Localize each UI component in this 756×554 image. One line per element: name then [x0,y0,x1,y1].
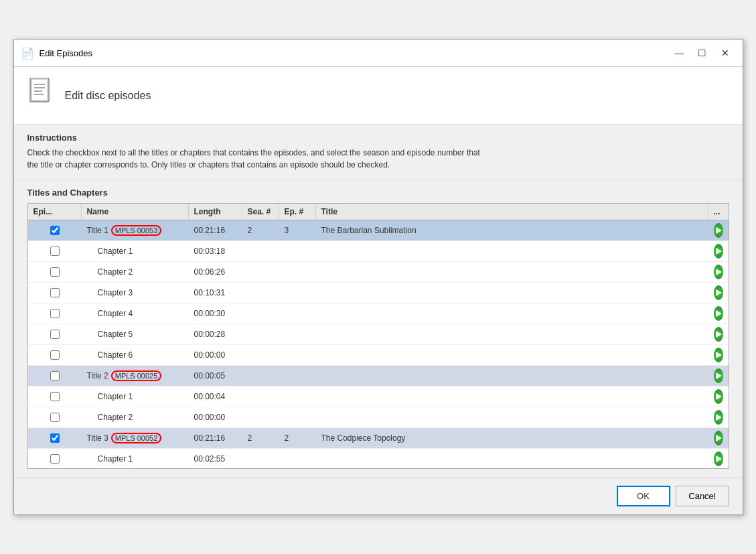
row-checkbox[interactable] [50,247,60,256]
maximize-button[interactable]: ☐ [692,45,713,61]
row-name-cell: Chapter 1 [82,452,189,466]
row-checkbox-cell [28,223,82,238]
play-button[interactable] [714,410,723,425]
col-length: Length [189,204,242,220]
cancel-button[interactable]: Cancel [676,486,729,506]
row-checkbox-cell [28,244,82,259]
row-title [316,394,708,399]
play-button[interactable] [714,348,723,362]
row-title: The Barbarian Sublimation [316,223,708,238]
play-button[interactable] [714,368,723,383]
row-name-cell: Chapter 3 [82,285,189,300]
row-length: 00:02:55 [189,452,242,466]
row-season: 2 [242,431,279,445]
row-season [242,352,279,358]
row-checkbox[interactable] [50,392,60,401]
instructions-text: Check the checkbox next to all the title… [27,147,729,171]
play-button[interactable] [714,244,723,259]
row-play-cell[interactable] [708,449,729,468]
row-name-cell: Chapter 1 [82,244,189,259]
play-button[interactable] [714,285,723,300]
col-season: Sea. # [242,204,279,220]
row-checkbox[interactable] [50,226,60,235]
row-checkbox[interactable] [50,288,60,297]
play-button[interactable] [714,389,723,404]
row-checkbox[interactable] [50,330,60,339]
row-length: 00:00:00 [189,348,242,362]
row-season [242,269,279,275]
table-container: Epi... Name Length Sea. # Ep. # Title ..… [27,203,729,469]
row-title [316,311,708,316]
row-episode [279,415,316,420]
row-name-cell: Chapter 2 [82,410,189,425]
row-season: 2 [242,223,279,238]
row-play-cell[interactable] [708,428,729,448]
row-checkbox[interactable] [50,454,60,464]
row-episode [279,311,316,316]
row-checkbox[interactable] [50,413,60,422]
row-name-cell: Title 3 MPLS 00052 [82,430,189,446]
play-button[interactable] [714,223,723,238]
header-icon [27,78,54,113]
row-season [242,456,279,462]
row-play-cell[interactable] [708,262,729,282]
row-play-cell[interactable] [708,220,729,240]
table-row: Chapter 1 00:03:18 [28,241,729,262]
play-button[interactable] [714,265,723,279]
row-season [242,311,279,316]
row-length: 00:00:05 [189,368,242,383]
row-length: 00:00:28 [189,327,242,342]
table-body: Title 1 MPLS 00053 00:21:16 2 3 The Barb… [28,220,729,468]
row-checkbox-cell [28,265,82,279]
row-title [316,332,708,337]
play-button[interactable] [714,306,723,321]
row-checkbox[interactable] [50,350,60,360]
row-length: 00:06:26 [189,265,242,279]
content-area: Titles and Chapters Epi... Name Length S… [14,180,743,477]
mpls-tag: MPLS 00052 [111,433,162,443]
row-episode: 2 [279,431,316,445]
row-play-cell[interactable] [708,345,729,365]
row-checkbox[interactable] [50,309,60,318]
row-play-cell[interactable] [708,407,729,427]
minimize-button[interactable]: — [669,45,690,61]
col-title: Title [316,204,708,220]
row-checkbox-cell [28,410,82,425]
play-button[interactable] [714,431,723,445]
row-checkbox-cell [28,389,82,404]
row-play-cell[interactable] [708,387,729,407]
row-play-cell[interactable] [708,303,729,324]
app-icon: 📄 [21,46,34,60]
dialog-title: Edit disc episodes [65,90,151,102]
row-play-cell[interactable] [708,324,729,344]
row-checkbox-cell [28,285,82,300]
col-more: ... [708,204,729,220]
row-checkbox-cell [28,368,82,383]
row-play-cell[interactable] [708,283,729,303]
row-play-cell[interactable] [708,366,729,386]
row-checkbox[interactable] [50,371,60,380]
row-checkbox[interactable] [50,433,60,443]
play-button[interactable] [714,452,723,466]
play-button[interactable] [714,327,723,342]
row-title [316,373,708,378]
row-length: 00:21:16 [189,223,242,238]
row-title [316,352,708,358]
row-checkbox-cell [28,327,82,342]
row-length: 00:10:31 [189,285,242,300]
row-checkbox[interactable] [50,267,60,277]
table-header: Epi... Name Length Sea. # Ep. # Title ..… [28,204,729,220]
ok-button[interactable]: OK [617,486,670,506]
row-season [242,332,279,337]
row-play-cell[interactable] [708,241,729,261]
row-name-cell: Chapter 6 [82,348,189,362]
row-episode [279,456,316,462]
title-bar: 📄 Edit Episodes — ☐ ✕ [14,40,743,67]
row-name-cell: Chapter 5 [82,327,189,342]
col-name: Name [82,204,189,220]
row-name-cell: Title 1 MPLS 00053 [82,222,189,238]
close-button[interactable]: ✕ [714,45,736,61]
row-episode [279,269,316,275]
row-title [316,269,708,275]
row-title [316,290,708,295]
